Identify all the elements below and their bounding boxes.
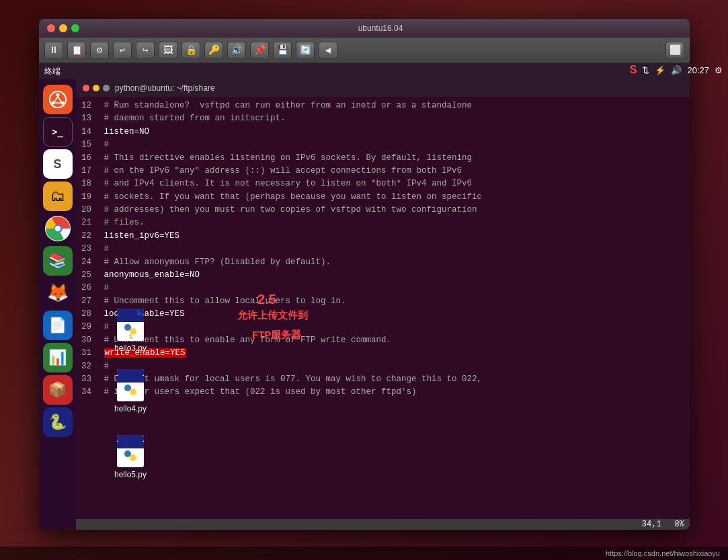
svg-point-22 [130, 389, 136, 395]
refresh-button[interactable]: 🔄 [296, 42, 315, 59]
tray-volume-icon: 🔊 [671, 65, 682, 75]
tool-button[interactable]: ⚙ [90, 42, 109, 59]
term-line-13: 13 # daemon started from an initscript. [81, 112, 684, 125]
desktop-icons: 🐍 hello3.py hello4.py [114, 309, 147, 479]
restore-button[interactable]: ⬜ [665, 42, 684, 59]
term-max[interactable] [103, 85, 110, 91]
term-line-26: 26 # [81, 282, 684, 294]
term-line-29: 29 # [81, 321, 684, 333]
url-text: https://blog.csdn.net/hiwoshixiaoyu [606, 549, 720, 557]
cursor-pos: 34,1 [642, 520, 661, 529]
svg-point-1 [56, 93, 59, 97]
term-line-20: 20 # addresses) then you must run two co… [81, 204, 684, 216]
back-button[interactable]: ◀ [319, 42, 337, 59]
term-line-17: 17 # on the IPv6 "any" address (::) will… [81, 165, 684, 177]
term-line-15: 15 # [81, 138, 684, 151]
window-title: ubuntu16.04 [79, 24, 682, 33]
sidebar-icon-doc[interactable]: 📄 [43, 311, 73, 340]
sidebar-icon-chrome[interactable] [43, 214, 73, 243]
svg-rect-24 [117, 435, 144, 442]
tray-wifi-icon: ⇅ [642, 65, 649, 75]
sidebar-icon-files[interactable]: 🗂 [43, 182, 73, 211]
svg-line-4 [54, 97, 58, 102]
python-file-icon-3: 🐍 [114, 309, 147, 341]
scroll-pct: 8% [675, 520, 684, 529]
tray-settings-icon[interactable]: ⚙ [715, 65, 723, 75]
sidebar: >_ ▶ S 🗂 [39, 79, 76, 530]
terminal-content[interactable]: 12 # Run standalone? vsftpd can run eith… [76, 97, 690, 530]
svg-point-10 [55, 226, 60, 231]
term-line-14: 14 listen=NO [81, 126, 684, 138]
sidebar-icon-archive[interactable]: 📦 [43, 375, 73, 405]
maximize-button[interactable] [71, 24, 79, 32]
term-line-22: 22 listen_ipv6=YES [81, 230, 684, 243]
title-bar: ubuntu16.04 [39, 19, 690, 38]
screenshot-button[interactable]: 🖼 [159, 42, 177, 59]
svg-point-27 [130, 454, 136, 461]
pause-button[interactable]: ⏸ [44, 42, 63, 59]
save-button[interactable]: 💾 [273, 42, 292, 59]
desktop-icon-hello4-label: hello4.py [114, 404, 147, 413]
desktop-icon-hello5-label: hello5.py [114, 470, 147, 479]
desktop-icon-hello4[interactable]: hello4.py [114, 369, 147, 413]
sidebar-icon-excel[interactable]: 📊 [43, 343, 73, 372]
sidebar-icon-ubuntu[interactable] [43, 85, 73, 114]
close-button[interactable] [47, 24, 55, 32]
term-close[interactable] [83, 85, 89, 91]
svg-point-21 [124, 385, 131, 391]
sidebar-icon-books[interactable]: 📚 [43, 246, 73, 276]
pin-button[interactable]: 📌 [250, 42, 269, 59]
desktop-icon-hello5[interactable]: hello5.py [114, 435, 147, 479]
term-title-bar: python@ubuntu: ~/ftp/share [76, 79, 690, 97]
svg-point-15 [124, 324, 131, 331]
status-line: 34,1 8% [76, 519, 690, 530]
term-line-25: 25 anonymous_enable=NO [81, 269, 684, 282]
term-line-24: 24 # Allow anonymous FTP? (Disabled by d… [81, 256, 684, 269]
svg-text:🐍: 🐍 [128, 334, 134, 339]
tab-label: 终端 [44, 66, 60, 77]
tab-bar: 终端 [39, 63, 690, 79]
sidebar-icon-terminal[interactable]: >_ ▶ [43, 117, 73, 147]
term-line-31: 31 write_enable=YES [81, 347, 684, 360]
system-time: 20:27 [687, 65, 709, 75]
svg-rect-13 [117, 315, 144, 322]
svg-rect-19 [117, 369, 144, 376]
term-line-18: 18 # and IPv4 clients. It is not necessa… [81, 177, 684, 190]
python-file-icon-5 [114, 435, 147, 467]
volume-button[interactable]: 🔊 [227, 42, 246, 59]
term-line-34: 34 # if your users expect that (022 is u… [81, 386, 684, 399]
sidebar-icon-s[interactable]: S [43, 149, 73, 179]
clipboard-button[interactable]: 📋 [67, 42, 86, 59]
lock1-button[interactable]: 🔒 [181, 42, 200, 59]
svg-line-5 [58, 97, 61, 102]
sidebar-icon-firefox[interactable]: 🦊 [43, 278, 73, 308]
term-line-33: 33 # Default umask for local users is 07… [81, 373, 684, 386]
sidebar-icon-python[interactable]: 🐍 [43, 407, 73, 437]
redo-button[interactable]: ↪ [136, 42, 155, 59]
term-line-27: 27 # Uncomment this to allow local users… [81, 295, 684, 308]
toolbar: ⏸ 📋 ⚙ ↩ ↪ 🖼 🔒 🔑 🔊 📌 💾 🔄 ◀ ⬜ [39, 38, 690, 63]
traffic-lights [47, 24, 79, 32]
minimize-button[interactable] [59, 24, 67, 32]
system-tray: S ⇅ ⚡ 🔊 20:27 ⚙ [630, 64, 723, 76]
url-bar: https://blog.csdn.net/hiwoshixiaoyu [0, 547, 728, 560]
undo-button[interactable]: ↩ [113, 42, 132, 59]
term-title-text: python@ubuntu: ~/ftp/share [115, 83, 215, 93]
term-min[interactable] [93, 85, 99, 91]
tray-bluetooth-icon: ⚡ [655, 65, 665, 75]
desktop-icon-hello3-label: hello3.py [114, 344, 147, 353]
svg-point-26 [124, 450, 131, 457]
svg-rect-20 [117, 376, 144, 383]
lock2-button[interactable]: 🔑 [204, 42, 223, 59]
term-line-28: 28 local_enable=YES [81, 308, 684, 321]
tray-s-icon: S [630, 64, 637, 76]
term-line-12: 12 # Run standalone? vsftpd can run eith… [81, 99, 684, 112]
desktop: ubuntu16.04 ⏸ 📋 ⚙ ↩ ↪ 🖼 🔒 🔑 🔊 📌 💾 🔄 ◀ ⬜ … [0, 0, 728, 560]
svg-rect-25 [117, 442, 144, 448]
term-line-21: 21 # files. [81, 216, 684, 229]
term-traffic-lights [83, 85, 110, 91]
term-line-16: 16 # This directive enables listening on… [81, 152, 684, 165]
term-line-19: 19 # sockets. If you want that (perhaps … [81, 191, 684, 204]
desktop-icon-hello3[interactable]: 🐍 hello3.py [114, 309, 147, 353]
term-line-23: 23 # [81, 243, 684, 255]
